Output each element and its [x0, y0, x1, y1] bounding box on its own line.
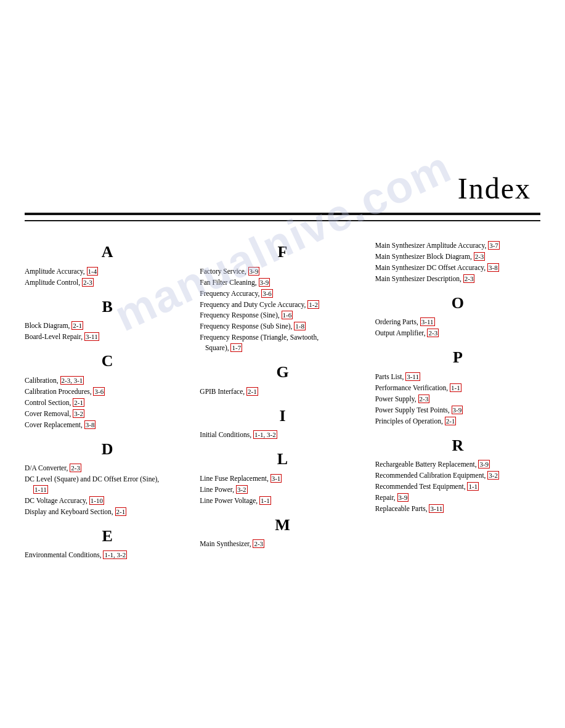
main-synth-entries: Main Synthesizer Amplitude Accuracy, 3-7…: [375, 240, 540, 284]
ref-performance-verification: 1-1: [450, 383, 461, 392]
divider-top: [25, 213, 540, 215]
entry-amplitude-accuracy: Amplitude Accuracy, 1-4: [25, 266, 190, 277]
entry-display-keyboard: Display and Keyboard Section, 2-1: [25, 507, 190, 517]
ref-cover-removal: 3-2: [73, 409, 84, 418]
ref-block-diagram: 2-1: [71, 321, 83, 330]
entry-ordering-parts: Ordering Parts, 3-11: [375, 317, 540, 327]
entry-power-supply: Power Supply, 2-3: [375, 394, 540, 404]
entry-line-fuse: Line Fuse Replacement, 3-1: [200, 473, 365, 484]
ref-parts-list: 3-11: [405, 372, 420, 381]
section-letter-g: G: [200, 361, 365, 384]
entry-freq-response-triangle: Frequency Response (Triangle, Sawtooth, …: [200, 332, 365, 353]
ref-frequency-duty-cycle: 1-2: [307, 300, 319, 309]
ref-output-amplifier: 2-3: [427, 329, 439, 337]
section-letter-d: D: [25, 438, 190, 461]
entry-cover-replacement: Cover Replacement, 3-8: [25, 420, 190, 430]
column-right: Main Synthesizer Amplitude Accuracy, 3-7…: [370, 240, 540, 716]
section-letter-i: I: [200, 404, 365, 428]
ref-dc-voltage-accuracy: 1-10: [89, 496, 104, 505]
ref-cover-replacement: 3-8: [84, 420, 96, 429]
ref-principles-operation: 2-1: [445, 417, 457, 425]
ref-da-converter: 2-3: [70, 464, 81, 472]
entry-power-supply-test: Power Supply Test Points, 3-9: [375, 405, 540, 415]
section-letter-b: B: [25, 295, 190, 319]
entry-parts-list: Parts List, 3-11: [375, 372, 540, 382]
entry-control-section: Control Section, 2-1: [25, 398, 190, 408]
entry-frequency-duty-cycle: Frequency and Duty Cycle Accuracy, 1-2: [200, 300, 365, 310]
ref-power-supply-test: 3-9: [452, 406, 463, 414]
entry-recommended-cal-equipment: Recommended Calibration Equipment, 3-2: [375, 470, 540, 481]
entry-da-converter: D/A Converter, 2-3: [25, 463, 190, 473]
entry-main-synth-dc-offset: Main Synthesizer DC Offset Accuracy, 3-8: [375, 263, 540, 273]
entry-performance-verification: Performance Verification, 1-1: [375, 383, 540, 393]
entry-main-synthesizer: Main Synthesizer, 2-3: [200, 539, 365, 549]
ref-fan-filter: 3-9: [259, 278, 270, 287]
entry-rechargeable-battery: Rechargeable Battery Replacement, 3-9: [375, 459, 540, 470]
column-left: A Amplitude Accuracy, 1-4 Amplitude Cont…: [25, 240, 195, 716]
entry-line-power: Line Power, 3-2: [200, 485, 365, 495]
ref-freq-response-triangle: 1-7: [230, 343, 242, 352]
ref-gpib-interface: 2-1: [246, 387, 258, 396]
ref-main-synth-amplitude: 3-7: [488, 241, 500, 250]
ref-freq-response-sine: 1-6: [282, 311, 293, 319]
entry-factory-service: Factory Service, 3-9: [200, 266, 365, 277]
ref-recommended-test-equipment: 1-1: [467, 482, 479, 491]
entry-amplitude-control: Amplitude Control, 2-3: [25, 277, 190, 288]
entry-block-diagram: Block Diagram, 2-1: [25, 321, 190, 331]
ref-ordering-parts: 3-11: [420, 317, 435, 326]
ref-dc-level: 1-11: [33, 485, 48, 494]
entry-line-power-voltage: Line Power Voltage, 1-1: [200, 496, 365, 506]
ref-main-synth-description: 2-3: [463, 274, 475, 283]
entry-dc-level: DC Level (Square) and DC Offset Error (S…: [25, 474, 190, 495]
entry-main-synth-description: Main Synthesizer Description, 2-3: [375, 274, 540, 284]
entry-initial-conditions: Initial Conditions, 1-1, 3-2: [200, 430, 365, 440]
ref-line-fuse: 3-1: [270, 474, 282, 483]
entry-frequency-accuracy: Frequency Accuracy, 3-6: [200, 288, 365, 299]
section-letter-a: A: [25, 240, 190, 264]
ref-main-synth-dc-offset: 3-8: [487, 263, 499, 272]
ref-frequency-accuracy: 3-6: [261, 289, 273, 298]
entry-calibration-procedures: Calibration Procedures, 3-6: [25, 386, 190, 397]
ref-main-synth-block: 2-3: [474, 252, 486, 261]
section-letter-e: E: [25, 525, 190, 548]
page-title: Index: [458, 171, 531, 205]
section-letter-o: O: [375, 292, 540, 315]
ref-amplitude-control: 2-3: [82, 278, 94, 287]
section-letter-f: F: [200, 240, 365, 264]
entry-freq-response-subsine: Frequency Response (Sub Sine), 1-8: [200, 321, 365, 332]
section-letter-c: C: [25, 350, 190, 373]
ref-line-power: 3-2: [236, 485, 248, 494]
ref-environmental-conditions: 1-1, 3-2: [103, 550, 127, 559]
entry-main-synth-amplitude: Main Synthesizer Amplitude Accuracy, 3-7: [375, 240, 540, 251]
ref-power-supply: 2-3: [418, 395, 430, 403]
ref-calibration: 2-3, 3-1: [60, 376, 84, 385]
ref-board-level-repair: 3-11: [84, 332, 99, 341]
entry-output-amplifier: Output Amplifier, 2-3: [375, 328, 540, 338]
ref-line-power-voltage: 1-1: [259, 496, 271, 505]
entry-freq-response-sine: Frequency Response (Sine), 1-6: [200, 310, 365, 321]
entry-cover-removal: Cover Removal, 3-2: [25, 409, 190, 419]
page: manualnive.com Index A Amplitude Accurac…: [0, 0, 565, 728]
section-letter-p: P: [375, 346, 540, 369]
ref-main-synthesizer: 2-3: [253, 539, 264, 548]
entry-fan-filter: Fan Filter Cleaning, 3-9: [200, 277, 365, 288]
entry-board-level-repair: Board-Level Repair, 3-11: [25, 332, 190, 342]
entry-calibration: Calibration, 2-3, 3-1: [25, 375, 190, 386]
ref-recommended-cal-equipment: 3-2: [487, 471, 499, 480]
ref-freq-response-subsine: 1-8: [294, 322, 306, 330]
ref-control-section: 2-1: [73, 398, 84, 407]
entry-replaceable-parts: Replaceable Parts, 3-11: [375, 504, 540, 514]
entry-dc-voltage-accuracy: DC Voltage Accuracy, 1-10: [25, 496, 190, 506]
ref-amplitude-accuracy: 1-4: [87, 267, 99, 276]
entry-main-synth-block: Main Synthesizer Block Diagram, 2-3: [375, 252, 540, 262]
section-letter-l: L: [200, 448, 365, 471]
entry-recommended-test-equipment: Recommended Test Equipment, 1-1: [375, 481, 540, 492]
entry-repair: Repair, 3-9: [375, 493, 540, 503]
ref-display-keyboard: 2-1: [115, 507, 127, 516]
entry-environmental-conditions: Environmental Conditions, 1-1, 3-2: [25, 550, 190, 560]
divider-bottom: [25, 220, 540, 221]
ref-repair: 3-9: [397, 493, 409, 502]
ref-calibration-procedures: 3-6: [93, 387, 105, 396]
ref-rechargeable-battery: 3-9: [478, 460, 490, 468]
entry-gpib-interface: GPIB Interface, 2-1: [200, 386, 365, 397]
